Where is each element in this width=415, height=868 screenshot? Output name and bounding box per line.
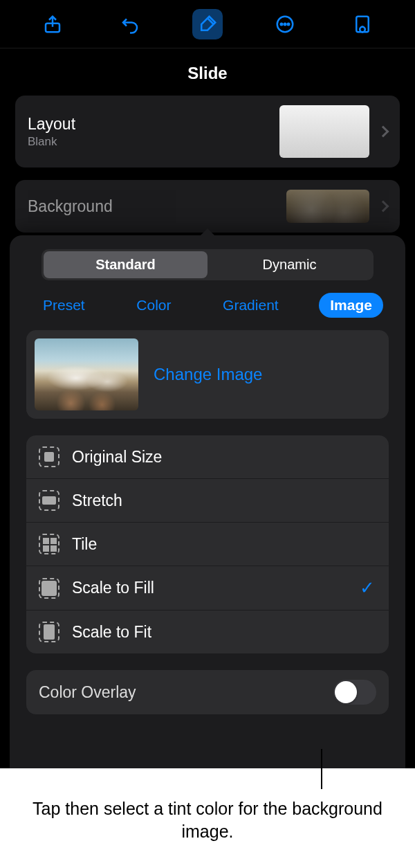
chevron-right-icon	[378, 201, 389, 213]
fill-type-tabs: Preset Color Gradient Image	[21, 293, 394, 330]
background-thumbnail	[286, 190, 369, 223]
background-popover: Standard Dynamic Preset Color Gradient I…	[10, 235, 405, 768]
svg-point-3	[284, 23, 286, 25]
option-scale-to-fill[interactable]: Scale to Fill ✓	[26, 566, 389, 610]
change-image-button[interactable]: Change Image	[154, 365, 262, 384]
background-row[interactable]: Background	[15, 180, 400, 233]
callout-leader-line	[321, 749, 322, 789]
more-icon	[275, 14, 295, 35]
color-overlay-switch[interactable]	[333, 680, 376, 705]
scale-to-fill-icon	[39, 578, 59, 599]
checkmark-icon: ✓	[358, 577, 376, 599]
background-section: Background	[15, 180, 400, 233]
panel-title: Slide	[0, 48, 415, 96]
option-scale-to-fit[interactable]: Scale to Fit	[26, 610, 389, 653]
tab-color[interactable]: Color	[125, 293, 182, 318]
layout-section: Layout Blank	[15, 96, 400, 168]
fill-mode-segmented[interactable]: Standard Dynamic	[42, 249, 374, 280]
segment-standard[interactable]: Standard	[44, 251, 208, 278]
layout-thumbnail	[279, 105, 369, 158]
color-overlay-label: Color Overlay	[39, 683, 136, 702]
stretch-icon	[39, 490, 59, 511]
svg-rect-5	[356, 16, 369, 32]
callout-text: Tap then select a tint color for the bac…	[14, 797, 401, 842]
chevron-right-icon	[378, 126, 389, 138]
document-settings-button[interactable]	[347, 9, 378, 39]
change-image-card: Change Image	[26, 330, 389, 419]
option-stretch[interactable]: Stretch	[26, 478, 389, 522]
color-overlay-row: Color Overlay	[26, 670, 389, 714]
svg-point-4	[288, 23, 290, 25]
more-button[interactable]	[270, 9, 300, 39]
layout-name: Blank	[28, 135, 75, 149]
document-settings-icon	[352, 14, 373, 35]
layout-row[interactable]: Layout Blank	[15, 96, 400, 168]
share-button[interactable]	[37, 9, 68, 39]
original-size-icon	[39, 446, 59, 467]
background-label: Background	[28, 197, 286, 216]
image-thumbnail	[35, 338, 138, 410]
format-brush-icon	[197, 14, 218, 35]
undo-icon	[120, 14, 140, 35]
format-button[interactable]	[192, 9, 223, 39]
scale-to-fit-icon	[39, 622, 59, 642]
share-icon	[42, 14, 63, 35]
undo-button[interactable]	[115, 9, 145, 39]
tile-icon	[39, 534, 59, 554]
svg-point-6	[360, 26, 365, 32]
option-original-size[interactable]: Original Size	[26, 435, 389, 478]
segment-dynamic[interactable]: Dynamic	[208, 251, 371, 278]
svg-point-2	[281, 23, 283, 25]
layout-label: Layout	[28, 115, 75, 134]
scale-options-list: Original Size Stretch Tile Scale to Fill…	[26, 435, 389, 653]
switch-knob	[335, 681, 357, 703]
tab-preset[interactable]: Preset	[32, 293, 96, 318]
tab-image[interactable]: Image	[319, 293, 383, 318]
option-tile[interactable]: Tile	[26, 522, 389, 566]
top-toolbar	[0, 0, 415, 48]
tab-gradient[interactable]: Gradient	[212, 293, 290, 318]
